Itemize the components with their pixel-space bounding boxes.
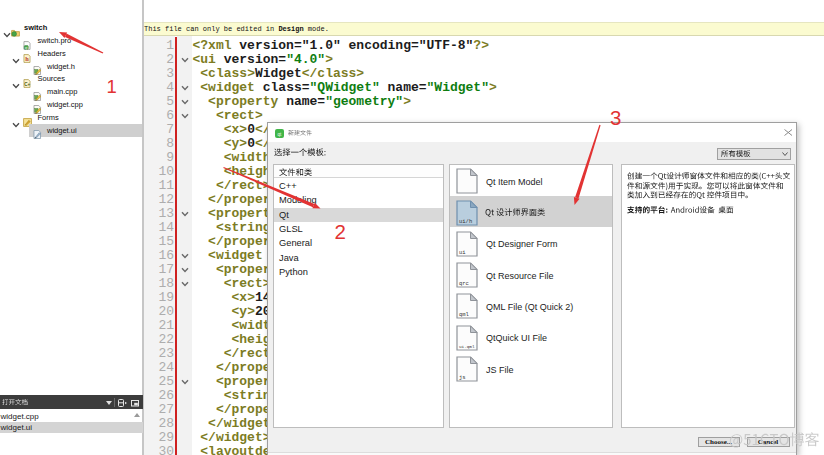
svg-text:1: 1: [107, 76, 117, 97]
svg-text:2: 2: [335, 220, 346, 243]
svg-text:3: 3: [610, 106, 621, 129]
